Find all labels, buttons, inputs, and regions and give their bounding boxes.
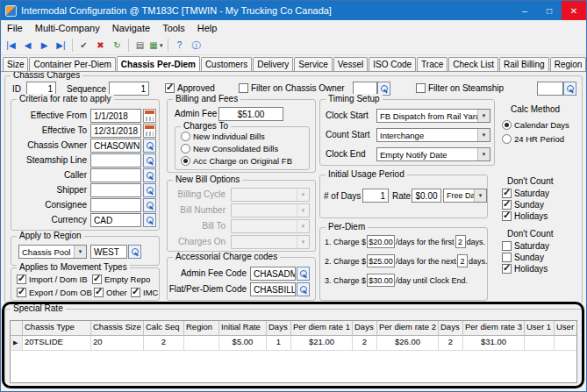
new-consolidated-bills-radio[interactable]: New Consolidated Bills [181, 144, 278, 153]
menu-multi-company[interactable]: Multi-Company [29, 22, 106, 34]
tab-service[interactable]: Service [294, 57, 332, 71]
column-header-user-1[interactable]: User 1 [525, 321, 555, 336]
per-diem-2-days-field[interactable]: 2 [457, 254, 468, 267]
admin-fee-code-field[interactable]: CHASADM [250, 267, 296, 281]
sequence-field[interactable]: 1 [109, 82, 149, 96]
lookup-icon[interactable] [143, 139, 156, 153]
tab-iso-code[interactable]: ISO Code [369, 57, 416, 71]
region-field[interactable]: WEST [90, 245, 127, 259]
cell-days-1[interactable]: 1 [267, 336, 291, 351]
per-diem-holidays-checkbox[interactable]: Holidays [502, 264, 548, 274]
cell-user-1[interactable] [525, 336, 555, 351]
maximize-button[interactable]: □ [537, 1, 562, 20]
info-button[interactable]: ⓘ [188, 37, 204, 53]
cancel-button[interactable]: ✖ [92, 37, 109, 53]
tab-container-per-diem[interactable]: Container Per-Diem [29, 57, 115, 71]
clock-end-select[interactable]: Empty Notify Date [376, 147, 490, 161]
admin-fee-field[interactable]: $51.00 [218, 107, 283, 121]
column-header-calc-seq[interactable]: Calc Seq [144, 321, 184, 336]
shipper-field[interactable] [90, 183, 141, 197]
menu-file[interactable]: File [1, 22, 29, 34]
region-mode-select[interactable]: Chassis Pool [18, 245, 87, 259]
column-header-days-1[interactable]: Days [267, 321, 291, 336]
tab-region[interactable]: Region [550, 57, 586, 71]
other-checkbox[interactable]: Other [94, 288, 127, 297]
new-individual-bills-radio[interactable]: New Individual Bills [181, 132, 265, 141]
approved-checkbox[interactable]: Approved [165, 83, 215, 93]
initial-sunday-checkbox[interactable]: Sunday [502, 200, 544, 210]
tab-trace[interactable]: Trace [417, 57, 447, 71]
cell-per-diem-rate-2[interactable]: $26.00 [377, 336, 439, 351]
column-header-days-2[interactable]: Days [353, 321, 377, 336]
lookup-icon[interactable] [143, 198, 156, 212]
lookup-icon[interactable] [143, 183, 156, 197]
column-header-per-diem-rate-2[interactable]: Per diem rate 2 [377, 321, 439, 336]
filter-steamship-field[interactable] [537, 82, 563, 96]
consignee-field[interactable] [90, 198, 141, 212]
rate-mode-select[interactable]: Free Days [443, 189, 487, 203]
per-diem-2-amount-field[interactable]: $25.00 [367, 254, 395, 267]
lookup-icon[interactable] [297, 282, 310, 296]
menu-help[interactable]: Help [191, 22, 224, 34]
lookup-icon[interactable] [128, 245, 141, 259]
calendar-icon[interactable] [143, 124, 156, 138]
currency-field[interactable]: CAD [90, 213, 141, 227]
calendar-icon[interactable] [143, 109, 156, 123]
calendar-days-radio[interactable]: Calendar Days [502, 120, 569, 130]
24-hr-period-radio[interactable]: 24 HR Period [502, 134, 564, 144]
clock-start-select[interactable]: FB Dispatch from Rail Yard [376, 109, 490, 123]
refresh-button[interactable]: ↻ [109, 37, 125, 53]
save-button[interactable]: ✔ [75, 37, 92, 53]
filter-steamship-checkbox[interactable]: Filter on Steamship [416, 83, 504, 93]
initial-holidays-checkbox[interactable]: Holidays [502, 211, 548, 221]
acc-charge-original-fb-radio[interactable]: Acc Charge on Original FB [181, 156, 292, 166]
minimize-button[interactable]: – [512, 1, 537, 20]
cell-chassis-type[interactable]: 20TSLIDE [23, 336, 91, 351]
grid-data-row[interactable]: 20TSLIDE 20 2 $5.00 1 $21.00 2 $26.00 2 … [11, 336, 576, 351]
per-diem-1-amount-field[interactable]: $20.00 [367, 235, 395, 248]
cell-user-2[interactable] [555, 336, 577, 351]
column-header-initial-rate[interactable]: Initial Rate [219, 321, 267, 336]
grid-view-button[interactable]: ▦ ▼ [148, 37, 165, 53]
cell-region[interactable] [184, 336, 219, 351]
column-header-chassis-size[interactable]: Chassis Size [91, 321, 144, 336]
lookup-icon[interactable] [143, 213, 156, 227]
lookup-icon[interactable] [143, 153, 156, 167]
lookup-icon[interactable] [297, 267, 310, 281]
per-diem-3-amount-field[interactable]: $30.00 [367, 274, 395, 287]
cell-days-2[interactable]: 2 [353, 336, 377, 351]
column-header-region[interactable]: Region [184, 321, 219, 336]
close-button[interactable]: ✕ [562, 1, 586, 20]
cell-chassis-size[interactable]: 20 [91, 336, 144, 351]
cell-calc-seq[interactable]: 2 [144, 336, 184, 351]
lookup-icon[interactable] [143, 168, 156, 182]
column-header-user-2[interactable]: User 2 [555, 321, 577, 336]
num-days-field[interactable]: 1 [362, 189, 389, 203]
chassis-owner-field[interactable]: CHASOWNER [90, 139, 141, 153]
tab-delivery[interactable]: Delivery [253, 57, 293, 71]
export-dom-ob-checkbox[interactable]: Export / Dom OB [17, 288, 92, 297]
next-record-button[interactable]: ▶ [36, 37, 53, 53]
tab-chassis-per-diem[interactable]: Chassis Per-Diem [117, 56, 200, 72]
special-rate-grid[interactable]: Chassis Type Chassis Size Calc Seq Regio… [10, 320, 577, 383]
cell-per-diem-rate-1[interactable]: $21.00 [291, 336, 353, 351]
per-diem-saturday-checkbox[interactable]: Saturday [502, 241, 549, 251]
tab-check-list[interactable]: Check List [448, 57, 498, 71]
per-diem-sunday-checkbox[interactable]: Sunday [502, 253, 544, 262]
column-header-chassis-type[interactable]: Chassis Type [23, 321, 91, 336]
menu-navigate[interactable]: Navigate [106, 22, 156, 34]
print-button[interactable]: ▤ [132, 37, 148, 53]
cell-per-diem-rate-3[interactable]: $31.00 [463, 336, 525, 351]
tab-customers[interactable]: Customers [201, 57, 252, 71]
effective-to-field[interactable]: 12/31/2018 [90, 124, 141, 138]
help-button[interactable]: ? [171, 37, 188, 53]
cell-initial-rate[interactable]: $5.00 [219, 336, 267, 351]
column-header-per-diem-rate-1[interactable]: Per diem rate 1 [291, 321, 353, 336]
lookup-icon[interactable] [563, 82, 576, 96]
initial-saturday-checkbox[interactable]: Saturday [502, 189, 549, 198]
steamship-line-field[interactable] [90, 153, 141, 167]
import-dom-ib-checkbox[interactable]: Import / Dom IB [17, 274, 88, 284]
count-start-select[interactable]: Interchange [376, 128, 490, 142]
current-row-marker-icon[interactable] [11, 336, 23, 351]
filter-chassis-owner-checkbox[interactable]: Filter on Chassis Owner [239, 83, 345, 93]
